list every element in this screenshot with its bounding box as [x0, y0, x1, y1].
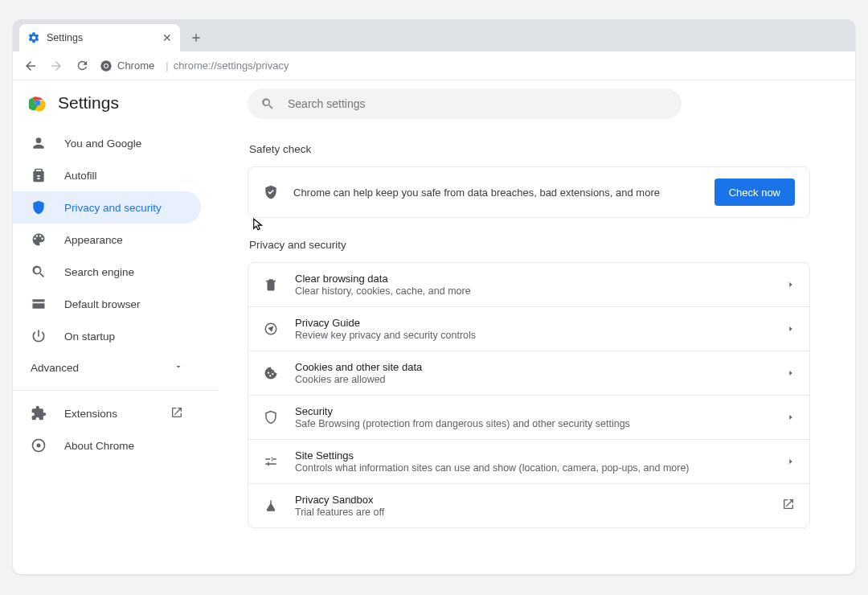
row-texts: Privacy SandboxTrial features are off — [295, 494, 766, 518]
row-texts: Site SettingsControls what information s… — [295, 449, 771, 474]
chevron-down-icon — [174, 362, 183, 374]
row-title: Privacy Guide — [295, 317, 771, 329]
search-icon — [260, 96, 275, 111]
sidebar-item-label: You and Google — [64, 137, 141, 150]
chrome-icon — [100, 60, 113, 72]
cookie-icon — [263, 365, 279, 381]
palette-icon — [31, 232, 47, 248]
svg-point-4 — [35, 101, 40, 105]
privacy-row-privacy-sandbox[interactable]: Privacy SandboxTrial features are off — [248, 483, 809, 527]
row-subtitle: Trial features are off — [295, 507, 766, 518]
privacy-row-security[interactable]: SecuritySafe Browsing (protection from d… — [248, 395, 809, 439]
origin-label: Chrome — [117, 60, 154, 72]
sidebar-item-label: Privacy and security — [64, 202, 162, 214]
browser-toolbar: Chrome | chrome://settings/privacy — [13, 51, 855, 80]
browser-window: Settings ✕ Chrome | chrome://settings/pr… — [13, 19, 855, 574]
privacy-row-privacy-guide[interactable]: Privacy GuideReview key privacy and secu… — [248, 306, 809, 351]
settings-sidebar: Settings You and Google Autofill Privacy… — [13, 80, 219, 574]
sidebar-advanced-toggle[interactable]: Advanced — [13, 352, 201, 384]
launch-icon — [782, 498, 795, 514]
sidebar-item-about-chrome[interactable]: About Chrome — [13, 429, 201, 462]
search-input[interactable] — [288, 97, 669, 110]
row-subtitle: Safe Browsing (protection from dangerous… — [295, 418, 771, 429]
chevron-right-icon — [787, 277, 795, 292]
power-icon — [31, 328, 47, 344]
compass-icon — [263, 321, 279, 337]
shield-check-icon — [263, 184, 279, 200]
sidebar-item-default-browser[interactable]: Default browser — [13, 288, 201, 320]
chevron-right-icon — [787, 366, 795, 380]
address-bar[interactable]: Chrome | chrome://settings/privacy — [100, 60, 289, 72]
launch-icon — [170, 406, 183, 421]
sidebar-item-label: Autofill — [64, 170, 97, 182]
url-text: chrome://settings/privacy — [174, 60, 289, 72]
svg-point-2 — [104, 64, 108, 68]
chevron-right-icon — [787, 322, 795, 336]
row-title: Cookies and other site data — [295, 361, 771, 373]
safety-check-text: Chrome can help keep you safe from data … — [293, 187, 700, 199]
sliders-icon — [263, 453, 279, 470]
sidebar-item-label: About Chrome — [64, 440, 134, 452]
chrome-outline-icon — [31, 437, 47, 453]
settings-search[interactable] — [248, 88, 682, 119]
tab-strip: Settings ✕ — [13, 19, 855, 51]
back-button[interactable] — [19, 55, 42, 77]
check-now-button[interactable]: Check now — [714, 178, 795, 206]
sidebar-item-label: On startup — [64, 330, 115, 343]
sidebar-item-label: Search engine — [64, 266, 134, 278]
advanced-label: Advanced — [31, 362, 79, 374]
sidebar-item-label: Appearance — [64, 234, 123, 246]
trash-icon — [263, 277, 279, 293]
privacy-row-clear-browsing-data[interactable]: Clear browsing dataClear history, cookie… — [248, 263, 809, 306]
sidebar-item-on-startup[interactable]: On startup — [13, 320, 201, 352]
sidebar-divider — [13, 390, 219, 391]
gear-icon — [27, 31, 40, 44]
site-info-chip[interactable]: Chrome — [100, 60, 161, 72]
settings-content: Settings You and Google Autofill Privacy… — [13, 80, 855, 574]
tab-settings[interactable]: Settings ✕ — [19, 24, 180, 51]
person-icon — [31, 135, 47, 151]
safety-check-card: Chrome can help keep you safe from data … — [248, 166, 810, 218]
row-title: Clear browsing data — [295, 273, 771, 285]
chrome-logo-icon — [29, 94, 47, 112]
sidebar-item-search-engine[interactable]: Search engine — [13, 256, 201, 288]
shield-icon — [263, 409, 279, 425]
flask-icon — [263, 498, 279, 514]
new-tab-button[interactable] — [185, 27, 207, 49]
settings-main: Safety check Chrome can help keep you sa… — [219, 80, 855, 574]
row-subtitle: Clear history, cookies, cache, and more — [295, 285, 771, 297]
shield-icon — [31, 199, 47, 215]
sidebar-item-appearance[interactable]: Appearance — [13, 224, 201, 256]
row-title: Site Settings — [295, 449, 771, 462]
privacy-row-site-settings[interactable]: Site SettingsControls what information s… — [248, 439, 809, 483]
row-subtitle: Cookies are allowed — [295, 374, 771, 385]
reload-button[interactable] — [71, 55, 93, 77]
chevron-right-icon — [787, 410, 795, 425]
row-title: Privacy Sandbox — [295, 494, 766, 506]
sidebar-item-you-and-google[interactable]: You and Google — [13, 127, 201, 159]
tab-title: Settings — [47, 32, 83, 43]
row-texts: SecuritySafe Browsing (protection from d… — [295, 405, 771, 429]
privacy-row-cookies-and-other-site-data[interactable]: Cookies and other site dataCookies are a… — [248, 351, 809, 395]
browser-window-icon — [31, 296, 47, 312]
section-safety-check: Safety check — [249, 143, 810, 155]
sidebar-item-extensions[interactable]: Extensions — [13, 397, 201, 429]
privacy-card: Clear browsing dataClear history, cookie… — [248, 262, 810, 528]
sidebar-item-label: Default browser — [64, 298, 141, 310]
sidebar-item-autofill[interactable]: Autofill — [13, 159, 201, 191]
section-privacy-security: Privacy and security — [249, 239, 810, 251]
omnibox-divider: | — [166, 60, 168, 72]
row-title: Security — [295, 405, 771, 417]
sidebar-item-label: Extensions — [64, 408, 117, 420]
row-texts: Cookies and other site dataCookies are a… — [295, 361, 771, 385]
search-icon — [31, 264, 47, 280]
app-title-row: Settings — [13, 88, 219, 127]
forward-button[interactable] — [45, 55, 68, 77]
close-icon[interactable]: ✕ — [162, 31, 172, 44]
sidebar-item-privacy-security[interactable]: Privacy and security — [13, 191, 201, 224]
svg-point-6 — [37, 444, 41, 448]
page-title: Settings — [58, 93, 119, 113]
row-texts: Privacy GuideReview key privacy and secu… — [295, 317, 771, 341]
row-subtitle: Review key privacy and security controls — [295, 330, 771, 341]
chevron-right-icon — [787, 454, 795, 469]
